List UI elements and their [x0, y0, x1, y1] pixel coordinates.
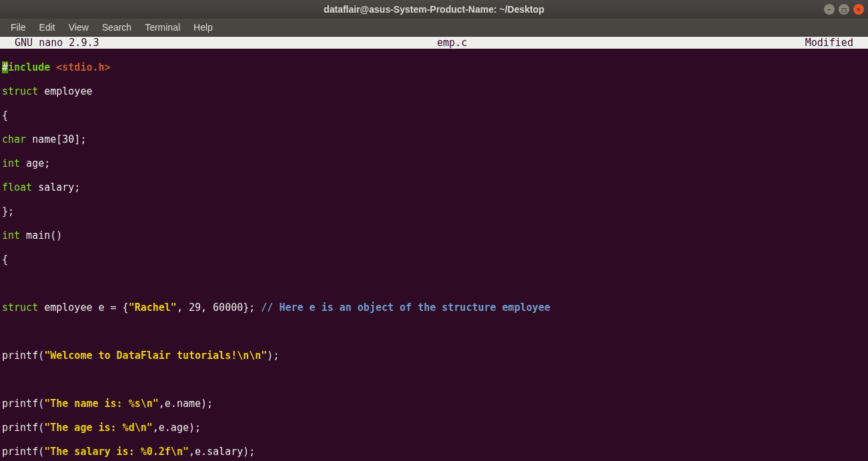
token-string: "The name is: %s\n" — [44, 398, 159, 410]
token-plain: , 29, 60000}; — [177, 302, 261, 314]
token-plain: employee e = { — [38, 302, 128, 314]
token-type: char — [2, 133, 26, 145]
token-plain: printf( — [2, 350, 44, 362]
code-line: printf("The name is: %s\n",e.name); — [2, 398, 866, 410]
token-plain: { — [2, 254, 8, 266]
code-line: printf("The age is: %d\n",e.age); — [2, 422, 866, 434]
token-plain: main() — [20, 229, 62, 242]
menubar: File Edit View Search Terminal Help — [0, 19, 868, 37]
token-plain: employee — [38, 85, 92, 97]
token-string: "The age is: %d\n" — [44, 422, 153, 434]
token-type: float — [2, 181, 32, 193]
token-type: int — [2, 229, 20, 242]
token-plain: name[30]; — [26, 133, 86, 145]
token-plain: salary; — [32, 181, 80, 193]
cursor: # — [2, 61, 8, 73]
nano-status-bar: GNU nano 2.9.3 emp.c Modified — [0, 37, 868, 49]
code-line — [2, 278, 866, 290]
code-line: { — [2, 109, 866, 121]
token-header: <stdio.h> — [56, 61, 110, 73]
token-plain: ); — [267, 350, 279, 362]
nano-filename: emp.c — [437, 37, 467, 49]
menu-terminal[interactable]: Terminal — [138, 19, 187, 35]
window-controls: – ◻ × — [824, 4, 864, 15]
token-plain: { — [2, 109, 8, 121]
menu-search[interactable]: Search — [95, 19, 138, 35]
code-line: #include <stdio.h> — [2, 61, 866, 73]
code-line: }; — [2, 205, 866, 217]
token-type: int — [2, 157, 20, 169]
window-titlebar: dataflair@asus-System-Product-Name: ~/De… — [0, 0, 868, 19]
token-plain: }; — [2, 205, 14, 217]
token-keyword: struct — [2, 85, 38, 97]
code-line: float salary; — [2, 181, 866, 193]
code-line — [2, 326, 866, 338]
editor-area[interactable]: #include <stdio.h> struct employee { cha… — [0, 49, 868, 461]
token-plain: printf( — [2, 398, 44, 410]
menu-view[interactable]: View — [62, 19, 95, 35]
minimize-icon[interactable]: – — [824, 4, 835, 15]
menu-edit[interactable]: Edit — [33, 19, 62, 35]
code-line: int age; — [2, 157, 866, 169]
token-plain: ,e.name); — [159, 398, 213, 410]
token-keyword: struct — [2, 302, 38, 314]
code-line: char name[30]; — [2, 133, 866, 145]
nano-version: GNU nano 2.9.3 — [3, 37, 99, 49]
close-icon[interactable]: × — [853, 4, 864, 15]
code-line: struct employee — [2, 85, 866, 97]
token-comment: // Here e is an object of the structure … — [261, 302, 550, 314]
menu-file[interactable]: File — [4, 19, 33, 35]
token-string: "The salary is: %0.2f\n" — [44, 446, 189, 458]
nano-modified: Modified — [805, 37, 865, 49]
code-line — [2, 374, 866, 386]
token-plain: ,e.salary); — [189, 446, 255, 458]
code-line: int main() — [2, 229, 866, 242]
code-line: { — [2, 254, 866, 266]
menu-help[interactable]: Help — [187, 19, 220, 35]
code-line: printf("Welcome to DataFlair tutorials!\… — [2, 350, 866, 362]
token-plain: age; — [20, 157, 50, 169]
token-include: include — [8, 61, 56, 73]
token-plain: ,e.age); — [153, 422, 201, 434]
token-string: "Welcome to DataFlair tutorials!\n\n" — [44, 350, 267, 362]
token-plain: printf( — [2, 446, 44, 458]
maximize-icon[interactable]: ◻ — [839, 4, 849, 15]
token-plain: printf( — [2, 422, 44, 434]
code-line: printf("The salary is: %0.2f\n",e.salary… — [2, 446, 866, 458]
token-string: "Rachel" — [129, 302, 177, 314]
window-title: dataflair@asus-System-Product-Name: ~/De… — [324, 4, 544, 15]
code-line: struct employee e = {"Rachel", 29, 60000… — [2, 302, 866, 314]
